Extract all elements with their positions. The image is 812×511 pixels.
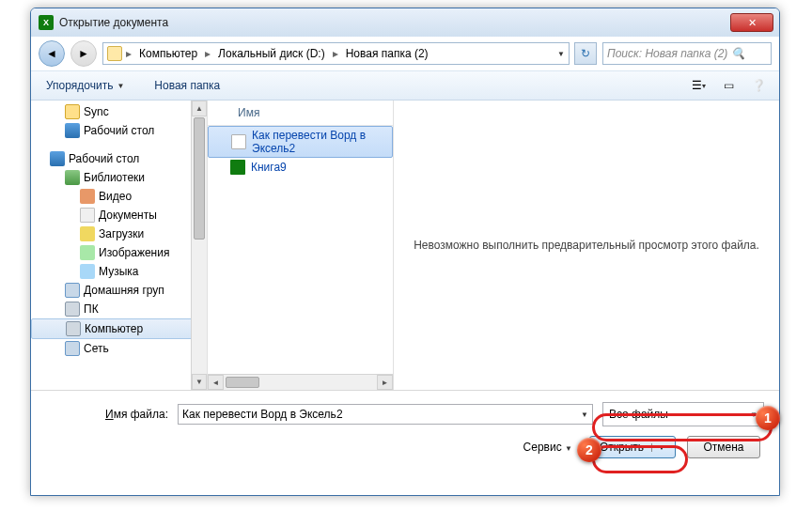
filename-input[interactable]: Как перевести Ворд в Эксель2 ▼ xyxy=(178,404,593,425)
titlebar: X Открытие документа ✕ xyxy=(31,8,779,37)
tree-item[interactable]: Сеть xyxy=(31,339,207,358)
tree-icon xyxy=(80,264,95,279)
annotation-badge: 2 xyxy=(577,438,601,462)
tree-label: Рабочий стол xyxy=(69,152,139,165)
tree-label: Изображения xyxy=(99,246,169,259)
tree-label: Домашняя груп xyxy=(84,284,164,297)
refresh-button[interactable]: ↻ xyxy=(574,42,597,65)
toolbar: Упорядочить▼ Новая папка ☰ ▾ ▭ ❔ xyxy=(31,70,779,101)
chevron-down-icon: ▼ xyxy=(117,82,124,90)
refresh-icon: ↻ xyxy=(581,47,590,60)
breadcrumb-seg[interactable]: Новая папка (2) xyxy=(342,45,432,62)
tree-item[interactable]: ПК xyxy=(31,300,207,318)
folder-icon xyxy=(107,46,122,61)
tree-icon xyxy=(66,321,81,336)
arrow-right-icon: ► xyxy=(78,47,89,60)
tree-icon xyxy=(65,104,80,119)
search-icon: 🔍 xyxy=(731,47,745,60)
scroll-thumb[interactable] xyxy=(194,117,205,240)
preview-message: Невозможно выполнить предварительный про… xyxy=(414,239,759,252)
vertical-scrollbar[interactable]: ▲▼ xyxy=(191,101,207,390)
chevron-down-icon[interactable]: ▼ xyxy=(557,50,565,58)
tree-item[interactable]: Документы xyxy=(31,206,207,225)
dialog-body: SyncРабочий столРабочий столБиблиотекиВи… xyxy=(31,101,779,390)
scroll-up-icon[interactable]: ▲ xyxy=(192,101,207,116)
tree-icon xyxy=(65,341,80,356)
column-header-name[interactable]: Имя xyxy=(208,101,393,126)
tree-item[interactable]: Видео xyxy=(31,187,207,206)
help-button[interactable]: ❔ xyxy=(745,75,772,96)
nav-back-button[interactable]: ◄ xyxy=(39,40,65,67)
search-placeholder: Поиск: Новая папка (2) xyxy=(607,47,727,60)
view-mode-button[interactable]: ☰ ▾ xyxy=(685,75,711,96)
open-split-arrow[interactable]: ▼ xyxy=(651,443,665,452)
tree-label: Sync xyxy=(84,105,109,118)
scroll-down-icon[interactable]: ▼ xyxy=(192,374,207,390)
breadcrumb-seg[interactable]: Локальный диск (D:) xyxy=(214,45,329,62)
tree-item[interactable]: Рабочий стол xyxy=(31,121,207,140)
tree-label: Документы xyxy=(99,209,157,222)
scroll-left-icon[interactable]: ◄ xyxy=(208,375,224,390)
file-icon xyxy=(230,160,245,175)
tree-icon xyxy=(65,170,80,185)
nav-forward-button[interactable]: ► xyxy=(70,40,97,67)
nav-row: ◄ ► ▸ Компьютер ▸ Локальный диск (D:) ▸ … xyxy=(31,37,779,70)
dialog-title: Открытие документа xyxy=(59,16,730,29)
file-list: Имя Как перевести Ворд в Эксель2Книга9 ◄… xyxy=(208,101,394,390)
new-folder-button[interactable]: Новая папка xyxy=(147,75,227,96)
chevron-right-icon: ▸ xyxy=(331,47,340,60)
nav-tree: SyncРабочий столРабочий столБиблиотекиВи… xyxy=(31,101,208,390)
tree-icon xyxy=(65,283,80,298)
preview-pane-button[interactable]: ▭ xyxy=(715,75,742,96)
tree-label: Сеть xyxy=(84,342,109,355)
tree-label: Компьютер xyxy=(85,322,143,335)
arrow-left-icon: ◄ xyxy=(46,47,57,60)
tree-icon xyxy=(50,151,65,166)
tree-item[interactable]: Изображения xyxy=(31,243,207,262)
filetype-dropdown[interactable]: Все файлы ▼ xyxy=(602,402,764,426)
search-input[interactable]: Поиск: Новая папка (2) 🔍 xyxy=(602,42,772,65)
tree-icon xyxy=(65,123,80,138)
scroll-thumb[interactable] xyxy=(226,377,259,388)
breadcrumb-seg[interactable]: Компьютер xyxy=(135,45,201,62)
tree-item[interactable]: Домашняя груп xyxy=(31,281,207,300)
dialog-footer: Имя файла: Как перевести Ворд в Эксель2 … xyxy=(31,390,779,470)
excel-app-icon: X xyxy=(39,15,54,30)
tree-label: Музыка xyxy=(99,265,138,278)
breadcrumb[interactable]: ▸ Компьютер ▸ Локальный диск (D:) ▸ Нова… xyxy=(102,42,570,65)
open-file-dialog: X Открытие документа ✕ ◄ ► ▸ Компьютер ▸… xyxy=(30,8,780,496)
chevron-right-icon: ▸ xyxy=(203,47,212,60)
annotation-badge: 1 xyxy=(756,406,780,430)
tree-icon xyxy=(80,245,95,260)
tree-item[interactable]: Компьютер xyxy=(31,318,207,339)
file-name: Как перевести Ворд в Эксель2 xyxy=(252,129,384,155)
horizontal-scrollbar[interactable]: ◄ ► xyxy=(208,374,393,390)
chevron-down-icon[interactable]: ▼ xyxy=(581,410,588,419)
tree-icon xyxy=(80,226,95,241)
scroll-right-icon[interactable]: ► xyxy=(377,375,393,390)
tree-item[interactable]: Sync xyxy=(31,102,207,121)
tree-label: Видео xyxy=(99,190,132,203)
tree-label: Библиотеки xyxy=(84,171,145,184)
organize-button[interactable]: Упорядочить▼ xyxy=(39,75,132,96)
tree-icon xyxy=(80,208,95,223)
tools-dropdown[interactable]: Сервис ▼ xyxy=(523,441,572,454)
cancel-button[interactable]: Отмена xyxy=(687,436,760,458)
tree-icon xyxy=(80,189,95,204)
chevron-right-icon: ▸ xyxy=(124,47,133,60)
tree-label: ПК xyxy=(84,302,99,316)
tree-label: Загрузки xyxy=(99,227,144,240)
preview-pane: Невозможно выполнить предварительный про… xyxy=(394,101,779,390)
file-row[interactable]: Книга9 xyxy=(208,158,393,177)
tree-label: Рабочий стол xyxy=(84,124,154,137)
tree-item[interactable]: Рабочий стол xyxy=(31,149,207,168)
file-icon xyxy=(231,134,246,149)
tree-item[interactable]: Музыка xyxy=(31,262,207,281)
tree-item[interactable]: Библиотеки xyxy=(31,168,207,187)
open-button[interactable]: Открыть ▼ xyxy=(589,436,676,458)
tree-icon xyxy=(65,302,80,317)
file-row[interactable]: Как перевести Ворд в Эксель2 xyxy=(208,126,393,158)
close-button[interactable]: ✕ xyxy=(730,13,773,32)
file-name: Книга9 xyxy=(251,161,287,174)
tree-item[interactable]: Загрузки xyxy=(31,225,207,243)
